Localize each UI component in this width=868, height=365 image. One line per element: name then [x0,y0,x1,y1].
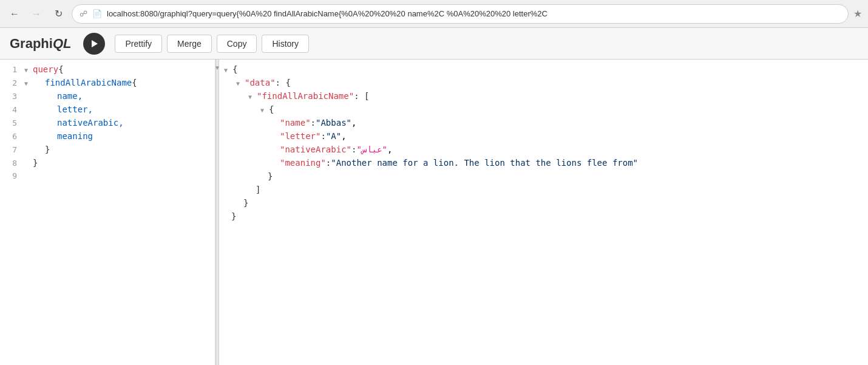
fold-arrow-placeholder [24,147,30,154]
app-title-ql: QL [53,36,72,51]
editor-line-5: 5 nativeArabic, [0,118,215,131]
editor-line-9: 9 [0,171,215,185]
json-arabic-value: "عباس" [356,145,387,154]
response-line-4: ▼ { [219,104,868,118]
editor-line-7: 7 } [0,145,215,158]
line-number: 1 [5,65,17,74]
json-bracket: } [231,211,236,221]
editor-line-6: 6 meaning [0,131,215,145]
page-icon: 📄 [92,9,102,18]
json-value: "Another name for a lion. The lion that … [331,158,638,168]
fold-arrow-placeholder [24,173,30,180]
app-title: GraphiQL [10,36,71,52]
response-line-3: ▼ "findAllArabicName": [ [219,91,868,104]
fold-arrow-placeholder [24,107,30,114]
json-key: "meaning" [280,158,326,168]
editor-line-2: 2 ▼ findAllArabicName{ [0,78,215,91]
response-panel: ▼ { ▼ "data": { ▼ "findAllArabicName": [… [219,60,868,365]
line-number: 9 [5,171,17,180]
fold-arrow[interactable]: ▼ [224,67,230,73]
response-line-11: } [219,198,868,211]
fold-arrow[interactable]: ▼ [24,67,30,73]
json-key: "findAllArabicName" [257,91,354,101]
code-field: nativeArabic, [57,118,124,128]
line-number: 6 [5,132,17,141]
json-bracket: } [243,198,248,208]
forward-button[interactable]: → [28,5,45,22]
code-field: letter, [57,104,93,114]
bookmark-button[interactable]: ★ [853,8,862,19]
response-line-1: ▼ { [219,64,868,78]
json-bracket: } [268,171,273,181]
editor-line-1: 1 ▼ query{ [0,64,215,78]
history-button[interactable]: History [262,35,309,53]
editor-line-4: 4 letter, [0,104,215,118]
response-line-7: "nativeArabic": "عباس", [219,145,868,158]
divider-arrow-icon: ▼ [214,64,220,71]
line-number: 7 [5,145,17,154]
code-keyword: query [33,64,58,74]
line-number: 4 [5,105,17,114]
fold-arrow[interactable]: ▼ [260,107,266,114]
query-editor[interactable]: 1 ▼ query{ 2 ▼ findAllArabicName{ 3 name… [0,60,215,365]
main-content: 1 ▼ query{ 2 ▼ findAllArabicName{ 3 name… [0,60,868,365]
browser-bar: ← → ↻ ☍ 📄 localhost:8080/graphiql?query=… [0,0,868,28]
code-field: meaning [57,131,93,141]
response-line-8: "meaning": "Another name for a lion. The… [219,158,868,171]
svg-marker-0 [92,40,98,47]
code-field: name, [57,91,83,101]
fold-arrow-placeholder [24,134,30,140]
json-value: "A" [326,131,341,141]
app-title-graphi: Graphi [10,36,53,51]
app-bar: GraphiQL Prettify Merge Copy History [0,28,868,60]
fold-arrow-placeholder [24,160,30,167]
response-line-12: } [219,211,868,225]
fold-arrow[interactable]: ▼ [236,80,242,87]
line-number: 2 [5,78,17,87]
line-number: 3 [5,92,17,101]
prettify-button[interactable]: Prettify [115,35,162,53]
code-field: findAllArabicName [45,78,132,87]
json-bracket: { [269,104,274,114]
code-brace: { [132,78,137,87]
copy-button[interactable]: Copy [217,35,257,53]
run-button[interactable] [83,33,105,55]
json-key: "nativeArabic" [280,145,351,154]
response-line-6: "letter": "A", [219,131,868,145]
fold-arrow[interactable]: ▼ [24,80,30,87]
json-key: "name" [280,118,311,128]
json-bracket: ] [256,185,260,194]
line-number: 5 [5,118,17,128]
address-bar[interactable]: ☍ 📄 localhost:8080/graphiql?query=query{… [72,4,849,24]
line-number: 8 [5,159,17,168]
shield-icon: ☍ [80,9,87,18]
response-line-2: ▼ "data": { [219,78,868,91]
json-bracket: { [232,64,237,74]
json-key: "data" [245,78,276,87]
fold-arrow[interactable]: ▼ [248,94,254,100]
panel-divider[interactable]: ▼ [215,60,219,365]
url-text: localhost:8080/graphiql?query=query{%0A%… [107,9,841,18]
editor-line-8: 8 } [0,158,215,171]
json-key: "letter" [280,131,320,141]
response-line-5: "name": "Abbas", [219,118,868,131]
back-button[interactable]: ← [6,5,23,22]
response-line-10: ] [219,185,868,198]
json-value: "Abbas" [316,118,351,128]
reload-button[interactable]: ↻ [50,5,67,22]
code-brace: { [58,64,63,74]
fold-arrow-placeholder [24,94,30,100]
fold-arrow-placeholder [24,120,30,127]
response-line-9: } [219,171,868,185]
editor-line-3: 3 name, [0,91,215,104]
code-brace: } [33,158,38,168]
merge-button[interactable]: Merge [167,35,212,53]
code-brace: } [45,145,50,154]
